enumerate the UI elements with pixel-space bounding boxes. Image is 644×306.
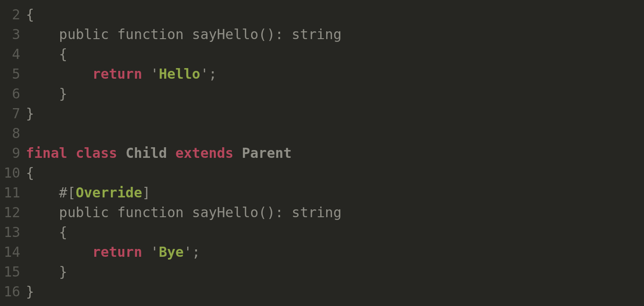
line-number: 9 bbox=[4, 144, 20, 163]
token: Child bbox=[126, 144, 167, 163]
line-number: 10 bbox=[4, 163, 20, 183]
token: extends bbox=[175, 144, 233, 163]
line-number: 14 bbox=[4, 242, 20, 262]
line-number: 6 bbox=[4, 84, 20, 104]
token: } bbox=[26, 84, 67, 104]
token: } bbox=[26, 104, 34, 124]
token: Parent bbox=[242, 144, 292, 163]
line-number: 1 bbox=[4, 0, 20, 5]
token bbox=[26, 64, 92, 84]
line-number-gutter: 12345678910111213141516 bbox=[0, 0, 26, 291]
code-line[interactable]: public function sayHello(): string bbox=[26, 203, 644, 223]
line-number: 12 bbox=[4, 203, 20, 223]
token: { bbox=[26, 223, 67, 242]
token: Parent bbox=[150, 0, 200, 5]
line-number: 4 bbox=[4, 45, 20, 64]
token: public function sayHello(): string bbox=[26, 25, 341, 45]
code-area[interactable]: abstract class Parent{ public function s… bbox=[26, 0, 644, 291]
code-line[interactable]: #[Override] bbox=[26, 183, 644, 203]
token: return bbox=[92, 64, 142, 84]
token bbox=[92, 0, 101, 5]
code-line[interactable]: { bbox=[26, 45, 644, 64]
line-number: 3 bbox=[4, 25, 20, 45]
line-number: 15 bbox=[4, 262, 20, 282]
line-number: 13 bbox=[4, 223, 20, 242]
token: Override bbox=[76, 183, 143, 203]
token: abstract bbox=[26, 0, 92, 5]
code-editor[interactable]: 12345678910111213141516 abstract class P… bbox=[0, 0, 644, 291]
token: return bbox=[92, 242, 142, 262]
token: #[ bbox=[26, 183, 75, 203]
token: { bbox=[26, 5, 34, 25]
token: '; bbox=[200, 64, 217, 84]
token: } bbox=[26, 262, 67, 282]
code-line[interactable]: final class Child extends Parent bbox=[26, 144, 644, 163]
token: Hello bbox=[159, 64, 200, 84]
code-line[interactable] bbox=[26, 124, 644, 144]
code-line[interactable]: abstract class Parent bbox=[26, 0, 644, 5]
line-number: 16 bbox=[4, 282, 20, 302]
token: Bye bbox=[159, 242, 184, 262]
code-line[interactable]: } bbox=[26, 104, 644, 124]
token: } bbox=[26, 282, 34, 302]
line-number: 7 bbox=[4, 104, 20, 124]
token bbox=[142, 0, 150, 5]
code-line[interactable]: { bbox=[26, 223, 644, 242]
token: final bbox=[26, 144, 67, 163]
code-line[interactable]: { bbox=[26, 163, 644, 183]
token: class bbox=[101, 0, 142, 5]
code-line[interactable]: return 'Bye'; bbox=[26, 242, 644, 262]
token: public function sayHello(): string bbox=[26, 203, 341, 223]
token: { bbox=[26, 163, 34, 183]
code-line[interactable]: } bbox=[26, 282, 644, 302]
token: ] bbox=[142, 183, 150, 203]
code-line[interactable]: { bbox=[26, 5, 644, 25]
token bbox=[167, 144, 175, 163]
token: { bbox=[26, 45, 67, 64]
line-number: 5 bbox=[4, 64, 20, 84]
token bbox=[26, 242, 92, 262]
token: class bbox=[76, 144, 117, 163]
token: ' bbox=[142, 64, 159, 84]
token bbox=[117, 144, 126, 163]
token: '; bbox=[184, 242, 200, 262]
line-number: 11 bbox=[4, 183, 20, 203]
line-number: 8 bbox=[4, 124, 20, 144]
line-number: 2 bbox=[4, 5, 20, 25]
code-line[interactable]: } bbox=[26, 262, 644, 282]
code-line[interactable]: } bbox=[26, 84, 644, 104]
token: ' bbox=[142, 242, 159, 262]
token bbox=[234, 144, 242, 163]
code-line[interactable]: public function sayHello(): string bbox=[26, 25, 644, 45]
code-line[interactable]: return 'Hello'; bbox=[26, 64, 644, 84]
token bbox=[67, 144, 75, 163]
